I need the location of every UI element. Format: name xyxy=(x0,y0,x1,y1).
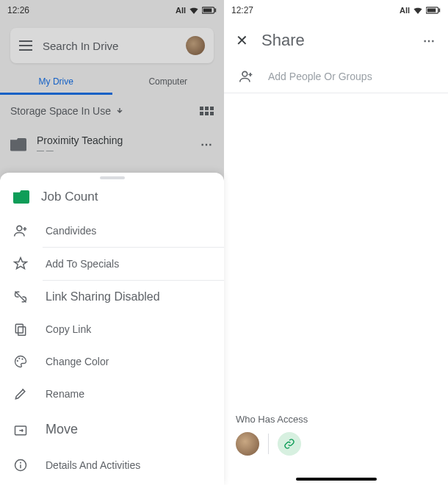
svg-rect-13 xyxy=(439,9,441,12)
folder-icon xyxy=(13,190,29,204)
status-bar: 12:27 All xyxy=(224,0,448,21)
owner-avatar[interactable] xyxy=(236,432,259,456)
add-people-row[interactable]: Add People Or Groups xyxy=(224,60,448,93)
person-add-icon xyxy=(13,223,28,238)
left-screen: 12:26 All Search In Drive My Drive Compu… xyxy=(0,0,224,485)
move-icon xyxy=(13,423,28,437)
person-add-icon xyxy=(239,69,253,84)
label: Move xyxy=(46,422,78,437)
svg-point-11 xyxy=(20,462,21,464)
copy-icon xyxy=(13,322,28,337)
status-time: 12:27 xyxy=(231,5,253,15)
sheet-item-color[interactable]: Change Color xyxy=(0,345,224,378)
palette-icon xyxy=(13,354,28,369)
sheet-header: Job Count xyxy=(0,179,224,215)
label: Add To Specials xyxy=(46,258,119,270)
svg-rect-14 xyxy=(427,9,436,12)
link-off-icon xyxy=(13,290,28,304)
sheet-item-details[interactable]: Details And Activities xyxy=(0,449,224,481)
sheet-item-linksharing[interactable]: Link Sharing Disabled xyxy=(0,281,224,313)
sheet-item-move[interactable]: Move xyxy=(0,410,224,449)
more-icon[interactable]: ⋯ xyxy=(423,34,436,48)
share-title: Share xyxy=(261,31,410,50)
access-section: Who Has Access xyxy=(236,414,308,456)
divider xyxy=(268,434,269,454)
close-icon[interactable]: ✕ xyxy=(236,32,248,49)
status-icons: All xyxy=(400,6,441,15)
sheet-item-rename[interactable]: Rename xyxy=(0,378,224,410)
star-icon xyxy=(13,256,28,271)
label: Details And Activities xyxy=(46,459,140,471)
svg-rect-4 xyxy=(15,324,23,333)
wifi-icon xyxy=(413,7,423,14)
svg-point-8 xyxy=(21,359,23,360)
svg-point-6 xyxy=(17,360,18,362)
svg-point-15 xyxy=(242,71,248,76)
sheet-item-copylink[interactable]: Copy Link xyxy=(0,313,224,345)
label: Link Sharing Disabled xyxy=(46,290,160,303)
label: Copy Link xyxy=(46,323,91,335)
svg-point-3 xyxy=(17,226,22,231)
sheet-item-star[interactable]: Add To Specials xyxy=(0,248,224,280)
sheet-title: Job Count xyxy=(41,190,98,204)
label: Change Color xyxy=(46,356,109,367)
link-icon xyxy=(283,438,295,450)
share-header: ✕ Share ⋯ xyxy=(224,21,448,60)
nav-handle[interactable] xyxy=(296,478,377,481)
link-access-chip[interactable] xyxy=(278,432,301,456)
battery-icon xyxy=(426,7,441,14)
info-icon xyxy=(13,458,28,473)
svg-point-7 xyxy=(18,358,20,359)
pencil-icon xyxy=(13,387,28,401)
sheet-item-share[interactable]: Candivides xyxy=(0,215,224,247)
label: Rename xyxy=(46,388,84,400)
svg-rect-5 xyxy=(18,327,26,336)
access-label: Who Has Access xyxy=(236,414,308,425)
label: Candivides xyxy=(46,225,96,237)
right-screen: 12:27 All ✕ Share ⋯ Add People Or Groups… xyxy=(224,0,448,485)
add-people-placeholder: Add People Or Groups xyxy=(268,71,372,82)
bottom-sheet: Job Count Candivides Add To Specials Lin… xyxy=(0,173,224,485)
